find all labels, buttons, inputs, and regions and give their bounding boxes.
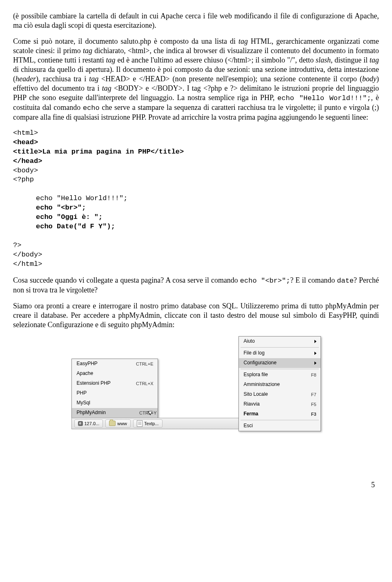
menu-item-shortcut: F5	[311, 401, 316, 407]
menu-separator	[241, 347, 319, 348]
code-line: <body>	[13, 167, 38, 174]
menu-separator	[241, 420, 319, 420]
taskbar-item-label: Textp...	[144, 421, 158, 426]
taskbar-item-label: 127.0...	[85, 421, 100, 426]
paragraph-2: Come si può notare, il documento saluto.…	[13, 37, 379, 122]
page-number: 5	[13, 480, 375, 490]
code-line: <?php	[13, 176, 34, 183]
menu-separator	[241, 369, 319, 369]
menu-item-label: MySql	[77, 400, 90, 406]
taskbar-item-textp[interactable]: Textp...	[133, 419, 162, 428]
echo-cmd-inline: echo	[83, 104, 100, 112]
menu-item-label: Esplora file	[244, 372, 268, 378]
body-word: body	[362, 75, 376, 83]
header-word: header	[16, 75, 36, 83]
code-line: echo "<br>";	[36, 204, 86, 212]
menu-item-esci[interactable]: Esci	[239, 421, 321, 431]
code-line: echo "Hello World!!!";	[36, 194, 127, 202]
paragraph-4: Siamo ora pronti a creare e interrogare …	[13, 301, 379, 330]
paragraph-3: Cosa succede quando vi collegate a quest…	[13, 276, 379, 295]
chevron-right-icon	[314, 361, 316, 365]
tag-word: tag	[238, 37, 248, 45]
document-icon	[137, 420, 143, 427]
taskbar: e 127.0... www Textp...	[71, 418, 239, 429]
p3-text: ? E il comando	[290, 276, 337, 284]
tag-word: tag	[370, 56, 379, 64]
menu-item-label: PhpMyAdmin	[77, 410, 106, 416]
chevron-right-icon	[314, 340, 316, 343]
menu-item-label: Estensioni PHP	[77, 380, 111, 386]
menu-item-aiuto[interactable]: Aiuto	[239, 337, 321, 346]
menu-item-label: Configurazione	[244, 360, 277, 366]
menu-item-configurazione[interactable]: Configurazione	[239, 358, 321, 368]
menu-item-ferma[interactable]: Ferma F3	[239, 409, 321, 419]
menu-item-label: EasyPHP	[77, 361, 98, 367]
menu-item-easyphp[interactable]: EasyPHP CTRL+E	[72, 359, 158, 369]
p3-text: Cosa succede quando vi collegate a quest…	[13, 276, 240, 284]
menu-item-label: PHP	[77, 390, 87, 396]
menu-item-shortcut: CTRL+X	[136, 381, 154, 386]
menu-item-php[interactable]: PHP	[72, 388, 158, 398]
menu-item-label: Aiuto	[244, 338, 255, 344]
menu-item-estensioni-php[interactable]: Estensioni PHP CTRL+X	[72, 379, 158, 388]
p2-text: ), racchiusa tra i	[36, 75, 89, 83]
chevron-right-icon	[314, 352, 316, 355]
p2-text: ed è anche l'ultimo ad essere chiuso (</…	[116, 56, 316, 64]
menu-item-shortcut: F3	[311, 411, 316, 417]
code-line: <html>	[13, 129, 38, 137]
context-menu-left: EasyPHP CTRL+E Apache Estensioni PHP CTR…	[71, 359, 158, 418]
easyphp-e-icon: e	[78, 421, 83, 426]
menu-item-file-di-log[interactable]: File di log	[239, 348, 321, 358]
menu-item-phpmyadmin[interactable]: PhpMyAdmin CTRL+Y	[72, 408, 158, 418]
menu-item-label: Sito Locale	[244, 391, 268, 397]
cursor-icon	[148, 408, 154, 416]
echo-br-inline: echo "<br>";	[240, 277, 290, 285]
code-line: echo Date("d F Y");	[36, 223, 115, 230]
paragraph-1: (è possibile cambiare la cartella di def…	[13, 11, 379, 30]
context-menu-figure: EasyPHP CTRL+E Apache Estensioni PHP CTR…	[13, 336, 379, 431]
menu-item-mysql[interactable]: MySql	[72, 398, 158, 408]
code-line: </head>	[13, 157, 42, 165]
echo-hello-inline: echo "Hello World!!!";	[277, 94, 371, 102]
p2-text: , distingue il	[331, 56, 370, 64]
code-line: <title>La mia prima pagina in PHP</title…	[13, 148, 184, 156]
taskbar-item-www[interactable]: www	[105, 419, 131, 428]
date-cmd-inline: date	[337, 277, 354, 285]
slash-word: slash	[316, 56, 331, 64]
menu-item-label: Apache	[77, 370, 94, 377]
code-block: <html> <head> <title>La mia prima pagina…	[13, 129, 379, 269]
p2-text: Come si può notare, il documento saluto.…	[13, 37, 238, 45]
tag-word: tag	[102, 84, 111, 92]
menu-item-label: Amministrazione	[244, 381, 280, 388]
tag-word: tag	[83, 47, 92, 55]
menu-item-apache[interactable]: Apache	[72, 369, 158, 379]
code-line: ?>	[13, 241, 21, 249]
code-line: </body>	[13, 251, 42, 259]
code-line: </html>	[13, 260, 42, 268]
menu-item-label: Esci	[244, 423, 253, 429]
menu-item-esplora-file[interactable]: Esplora file F8	[239, 370, 321, 380]
taskbar-item-127[interactable]: e 127.0...	[74, 419, 103, 428]
menu-item-shortcut: CTRL+E	[136, 361, 154, 367]
menu-item-shortcut: F8	[311, 372, 316, 378]
menu-item-sito-locale[interactable]: Sito Locale F7	[239, 390, 321, 399]
menu-item-label: File di log	[244, 350, 265, 356]
context-menu-right: Aiuto File di log Configurazione Esplora…	[238, 336, 321, 431]
menu-item-riavvia[interactable]: Riavvia F5	[239, 399, 321, 409]
folder-icon	[109, 421, 116, 426]
tag-word: tag	[106, 56, 116, 64]
menu-item-label: Riavvia	[244, 401, 260, 407]
menu-item-label: Ferma	[244, 411, 258, 417]
tag-word: tag	[89, 75, 98, 83]
menu-item-shortcut: F7	[311, 392, 316, 397]
code-line: <head>	[13, 138, 38, 146]
code-line: echo "Oggi è: ";	[36, 213, 102, 221]
menu-item-amministrazione[interactable]: Amministrazione	[239, 380, 321, 390]
p2-text: <HEAD> e </HEAD> (non presente nell'esem…	[98, 75, 362, 83]
taskbar-item-label: www	[117, 421, 127, 426]
